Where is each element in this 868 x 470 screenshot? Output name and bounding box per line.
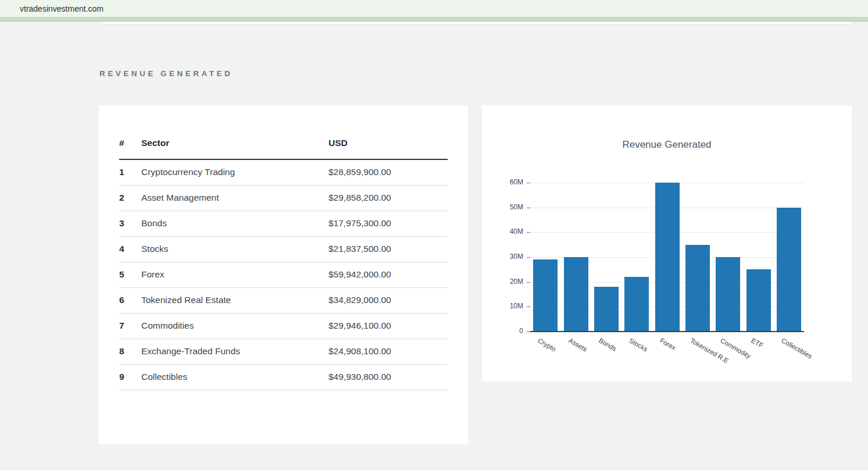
bar-collectibles[interactable] (777, 208, 801, 332)
browser-url[interactable]: vtradesinvestment.com (20, 4, 103, 13)
bar-bonds[interactable] (594, 287, 619, 332)
y-tick-label: 60M (498, 178, 523, 186)
cell-sector: Collectibles (141, 365, 328, 390)
table-row: 2Asset Management$29,858,200.00 (119, 186, 448, 211)
cell-num: 3 (119, 211, 141, 237)
x-tick-label: Stocks (628, 337, 649, 353)
table-row: 1Cryptocurrency Trading$28,859,900.00 (119, 159, 448, 186)
y-tick-label: 50M (498, 203, 523, 211)
cell-sector: Cryptocurrency Trading (141, 159, 328, 186)
bar-commodity[interactable] (716, 257, 740, 332)
bar-assets[interactable] (564, 257, 588, 332)
y-tick-label: 0 (498, 327, 523, 335)
x-tick-label: Assets (567, 337, 588, 353)
column-header-sector: Sector (141, 138, 328, 159)
y-tick-mark (527, 307, 530, 307)
bar-stocks[interactable] (624, 277, 649, 332)
cell-num: 2 (119, 186, 141, 211)
cell-sector: Tokenized Real Estate (141, 288, 328, 314)
cell-usd: $28,859,900.00 (328, 159, 448, 186)
cell-usd: $24,908,100.00 (328, 339, 448, 365)
y-tick-mark (527, 282, 530, 283)
x-tick-label: Crypto (537, 337, 557, 352)
cell-num: 1 (119, 159, 141, 186)
cell-num: 4 (119, 237, 141, 262)
bar-crypto[interactable] (533, 259, 558, 332)
cell-num: 9 (119, 365, 141, 390)
table-row: 5Forex$59,942,000.00 (119, 262, 448, 288)
bar-chart-plot-area: 010M20M30M40M50M60MCryptoAssetsBondsStoc… (530, 183, 804, 332)
bar-forex[interactable] (655, 183, 680, 332)
cell-sector: Exchange-Traded Funds (141, 339, 328, 365)
cell-num: 8 (119, 339, 141, 365)
bar-tokenized-r-e[interactable] (685, 245, 710, 332)
column-header-usd: USD (328, 138, 448, 159)
cell-usd: $34,829,000.00 (328, 288, 448, 314)
cell-num: 5 (119, 262, 141, 288)
y-tick-mark (527, 183, 530, 183)
table-row: 8Exchange-Traded Funds$24,908,100.00 (119, 339, 448, 365)
cell-usd: $29,946,100.00 (328, 314, 448, 339)
cell-usd: $21,837,500.00 (328, 237, 448, 262)
cell-num: 7 (119, 314, 141, 339)
y-tick-label: 10M (498, 302, 523, 310)
revenue-table-header: # Sector USD (119, 138, 448, 159)
y-tick-mark (527, 232, 530, 233)
revenue-table: # Sector USD 1Cryptocurrency Trading$28,… (119, 138, 448, 390)
y-tick-mark (527, 208, 530, 208)
section-title: REVENUE GENERATED (99, 69, 868, 78)
x-tick-label: Forex (659, 337, 677, 351)
browser-url-bar[interactable]: vtradesinvestment.com (0, 0, 868, 17)
table-row: 9Collectibles$49,930,800.00 (119, 365, 448, 390)
cell-usd: $17,975,300.00 (328, 211, 448, 237)
bar-etf[interactable] (746, 269, 771, 332)
x-tick-label: Bonds (598, 337, 617, 352)
cell-usd: $49,930,800.00 (328, 365, 448, 390)
y-tick-label: 20M (498, 277, 523, 286)
cell-sector: Stocks (141, 237, 328, 262)
cell-sector: Forex (141, 262, 328, 288)
content-panel-top-edge (102, 22, 852, 25)
cell-usd: $29,858,200.00 (328, 186, 448, 211)
content-cards: # Sector USD 1Cryptocurrency Trading$28,… (99, 105, 868, 444)
table-row: 4Stocks$21,837,500.00 (119, 237, 448, 262)
cell-sector: Asset Management (141, 186, 328, 211)
table-row: 7Commodities$29,946,100.00 (119, 314, 448, 339)
column-header-num: # (119, 138, 141, 159)
x-tick-label: Collectibles (780, 337, 813, 360)
x-tick-label: ETF (750, 337, 765, 349)
revenue-table-card: # Sector USD 1Cryptocurrency Trading$28,… (99, 105, 468, 444)
cell-num: 6 (119, 288, 141, 314)
revenue-chart-card: Revenue Generated 010M20M30M40M50M60MCry… (482, 105, 852, 382)
y-tick-label: 30M (498, 252, 523, 261)
chart-title: Revenue Generated (482, 139, 852, 151)
cell-usd: $59,942,000.00 (328, 262, 448, 288)
x-axis-line (530, 331, 804, 332)
cell-sector: Bonds (141, 211, 328, 237)
revenue-table-body: 1Cryptocurrency Trading$28,859,900.002As… (119, 159, 448, 390)
cell-sector: Commodities (141, 314, 328, 339)
y-tick-label: 40M (498, 227, 523, 236)
y-tick-mark (527, 257, 530, 258)
table-row: 6Tokenized Real Estate$34,829,000.00 (119, 288, 448, 314)
header-accent-strip (0, 17, 868, 22)
table-row: 3Bonds$17,975,300.00 (119, 211, 448, 237)
